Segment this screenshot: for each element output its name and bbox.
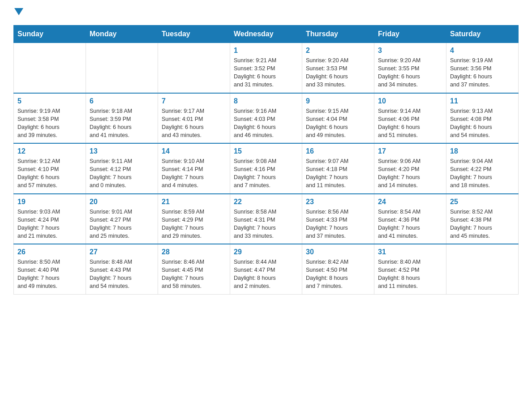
day-info: Sunrise: 9:17 AM Sunset: 4:01 PM Dayligh… (162, 107, 226, 140)
day-number: 16 (306, 147, 370, 155)
calendar-cell: 24Sunrise: 8:54 AM Sunset: 4:36 PM Dayli… (374, 194, 446, 244)
day-info: Sunrise: 9:11 AM Sunset: 4:12 PM Dayligh… (90, 157, 154, 190)
day-number: 29 (234, 248, 298, 256)
calendar-cell: 10Sunrise: 9:14 AM Sunset: 4:06 PM Dayli… (374, 93, 446, 144)
day-number: 18 (450, 147, 515, 155)
day-number: 28 (162, 248, 226, 256)
calendar-cell: 17Sunrise: 9:06 AM Sunset: 4:20 PM Dayli… (374, 143, 446, 194)
day-number: 22 (234, 198, 298, 206)
calendar-week-row: 12Sunrise: 9:12 AM Sunset: 4:10 PM Dayli… (14, 143, 519, 194)
weekday-header-saturday: Saturday (446, 26, 519, 43)
calendar-cell: 18Sunrise: 9:04 AM Sunset: 4:22 PM Dayli… (446, 143, 519, 194)
day-info: Sunrise: 8:42 AM Sunset: 4:50 PM Dayligh… (306, 258, 370, 291)
day-number: 2 (306, 47, 370, 55)
calendar-cell (14, 43, 86, 93)
day-number: 20 (90, 198, 154, 206)
day-number: 21 (162, 198, 226, 206)
calendar-cell (86, 43, 158, 93)
calendar-cell: 7Sunrise: 9:17 AM Sunset: 4:01 PM Daylig… (158, 93, 230, 144)
weekday-header-row: SundayMondayTuesdayWednesdayThursdayFrid… (14, 26, 519, 43)
day-number: 10 (378, 97, 442, 105)
calendar-cell: 30Sunrise: 8:42 AM Sunset: 4:50 PM Dayli… (302, 244, 374, 294)
day-number: 19 (17, 198, 82, 206)
day-info: Sunrise: 9:12 AM Sunset: 4:10 PM Dayligh… (17, 157, 82, 190)
day-number: 12 (17, 147, 82, 155)
day-number: 3 (378, 47, 442, 55)
day-info: Sunrise: 9:04 AM Sunset: 4:22 PM Dayligh… (450, 157, 515, 190)
calendar-cell: 3Sunrise: 9:20 AM Sunset: 3:55 PM Daylig… (374, 43, 446, 93)
calendar-cell: 9Sunrise: 9:15 AM Sunset: 4:04 PM Daylig… (302, 93, 374, 144)
day-info: Sunrise: 9:03 AM Sunset: 4:24 PM Dayligh… (17, 208, 82, 240)
calendar-table: SundayMondayTuesdayWednesdayThursdayFrid… (13, 25, 519, 295)
calendar-cell: 29Sunrise: 8:44 AM Sunset: 4:47 PM Dayli… (230, 244, 302, 294)
calendar-cell (446, 244, 519, 294)
day-info: Sunrise: 8:46 AM Sunset: 4:45 PM Dayligh… (162, 258, 226, 291)
day-info: Sunrise: 8:50 AM Sunset: 4:40 PM Dayligh… (17, 258, 82, 291)
day-info: Sunrise: 9:15 AM Sunset: 4:04 PM Dayligh… (306, 107, 370, 140)
calendar-cell: 19Sunrise: 9:03 AM Sunset: 4:24 PM Dayli… (14, 194, 86, 244)
day-number: 31 (378, 248, 442, 256)
day-number: 27 (90, 248, 154, 256)
weekday-header-monday: Monday (86, 26, 158, 43)
day-number: 15 (234, 147, 298, 155)
day-number: 5 (17, 97, 82, 105)
day-info: Sunrise: 9:07 AM Sunset: 4:18 PM Dayligh… (306, 157, 370, 190)
day-info: Sunrise: 8:52 AM Sunset: 4:38 PM Dayligh… (450, 208, 515, 240)
day-info: Sunrise: 8:58 AM Sunset: 4:31 PM Dayligh… (234, 208, 298, 240)
day-info: Sunrise: 9:06 AM Sunset: 4:20 PM Dayligh… (378, 157, 442, 190)
day-info: Sunrise: 8:56 AM Sunset: 4:33 PM Dayligh… (306, 208, 370, 240)
day-info: Sunrise: 8:48 AM Sunset: 4:43 PM Dayligh… (90, 258, 154, 291)
day-number: 9 (306, 97, 370, 105)
calendar-cell: 1Sunrise: 9:21 AM Sunset: 3:52 PM Daylig… (230, 43, 302, 93)
calendar-week-row: 19Sunrise: 9:03 AM Sunset: 4:24 PM Dayli… (14, 194, 519, 244)
calendar-cell: 4Sunrise: 9:19 AM Sunset: 3:56 PM Daylig… (446, 43, 519, 93)
day-number: 11 (450, 97, 515, 105)
calendar-cell: 28Sunrise: 8:46 AM Sunset: 4:45 PM Dayli… (158, 244, 230, 294)
calendar-cell: 16Sunrise: 9:07 AM Sunset: 4:18 PM Dayli… (302, 143, 374, 194)
day-number: 1 (234, 47, 298, 55)
day-number: 13 (90, 147, 154, 155)
calendar-cell: 13Sunrise: 9:11 AM Sunset: 4:12 PM Dayli… (86, 143, 158, 194)
calendar-cell: 31Sunrise: 8:40 AM Sunset: 4:52 PM Dayli… (374, 244, 446, 294)
calendar-cell: 14Sunrise: 9:10 AM Sunset: 4:14 PM Dayli… (158, 143, 230, 194)
calendar-cell: 5Sunrise: 9:19 AM Sunset: 3:58 PM Daylig… (14, 93, 86, 144)
weekday-header-thursday: Thursday (302, 26, 374, 43)
day-number: 30 (306, 248, 370, 256)
calendar-cell: 22Sunrise: 8:58 AM Sunset: 4:31 PM Dayli… (230, 194, 302, 244)
day-info: Sunrise: 9:19 AM Sunset: 3:58 PM Dayligh… (17, 107, 82, 140)
calendar-week-row: 26Sunrise: 8:50 AM Sunset: 4:40 PM Dayli… (14, 244, 519, 294)
calendar-cell: 12Sunrise: 9:12 AM Sunset: 4:10 PM Dayli… (14, 143, 86, 194)
day-info: Sunrise: 9:20 AM Sunset: 3:53 PM Dayligh… (306, 56, 370, 89)
weekday-header-wednesday: Wednesday (230, 26, 302, 43)
weekday-header-sunday: Sunday (14, 26, 86, 43)
day-info: Sunrise: 9:21 AM Sunset: 3:52 PM Dayligh… (234, 56, 298, 89)
calendar-cell: 20Sunrise: 9:01 AM Sunset: 4:27 PM Dayli… (86, 194, 158, 244)
day-info: Sunrise: 8:59 AM Sunset: 4:29 PM Dayligh… (162, 208, 226, 240)
day-info: Sunrise: 9:10 AM Sunset: 4:14 PM Dayligh… (162, 157, 226, 190)
day-number: 25 (450, 198, 515, 206)
weekday-header-tuesday: Tuesday (158, 26, 230, 43)
page-header (13, 9, 519, 16)
calendar-week-row: 5Sunrise: 9:19 AM Sunset: 3:58 PM Daylig… (14, 93, 519, 144)
logo (13, 9, 23, 16)
day-info: Sunrise: 9:18 AM Sunset: 3:59 PM Dayligh… (90, 107, 154, 140)
calendar-cell: 2Sunrise: 9:20 AM Sunset: 3:53 PM Daylig… (302, 43, 374, 93)
day-info: Sunrise: 9:08 AM Sunset: 4:16 PM Dayligh… (234, 157, 298, 190)
weekday-header-friday: Friday (374, 26, 446, 43)
calendar-week-row: 1Sunrise: 9:21 AM Sunset: 3:52 PM Daylig… (14, 43, 519, 93)
calendar-cell: 6Sunrise: 9:18 AM Sunset: 3:59 PM Daylig… (86, 93, 158, 144)
day-number: 7 (162, 97, 226, 105)
calendar-cell: 21Sunrise: 8:59 AM Sunset: 4:29 PM Dayli… (158, 194, 230, 244)
day-info: Sunrise: 8:54 AM Sunset: 4:36 PM Dayligh… (378, 208, 442, 240)
calendar-cell: 15Sunrise: 9:08 AM Sunset: 4:16 PM Dayli… (230, 143, 302, 194)
day-info: Sunrise: 8:44 AM Sunset: 4:47 PM Dayligh… (234, 258, 298, 291)
day-number: 23 (306, 198, 370, 206)
calendar-cell: 26Sunrise: 8:50 AM Sunset: 4:40 PM Dayli… (14, 244, 86, 294)
calendar-cell: 8Sunrise: 9:16 AM Sunset: 4:03 PM Daylig… (230, 93, 302, 144)
day-info: Sunrise: 9:01 AM Sunset: 4:27 PM Dayligh… (90, 208, 154, 240)
day-number: 17 (378, 147, 442, 155)
calendar-cell: 25Sunrise: 8:52 AM Sunset: 4:38 PM Dayli… (446, 194, 519, 244)
calendar-cell: 11Sunrise: 9:13 AM Sunset: 4:08 PM Dayli… (446, 93, 519, 144)
day-info: Sunrise: 9:19 AM Sunset: 3:56 PM Dayligh… (450, 56, 515, 89)
calendar-cell: 27Sunrise: 8:48 AM Sunset: 4:43 PM Dayli… (86, 244, 158, 294)
